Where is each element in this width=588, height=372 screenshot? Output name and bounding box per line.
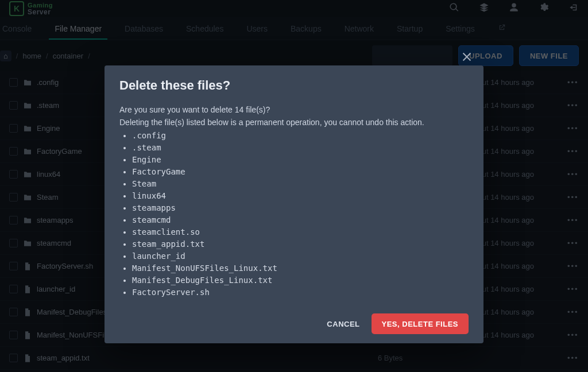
close-icon[interactable] bbox=[461, 51, 473, 65]
cancel-button[interactable]: CANCEL bbox=[327, 320, 359, 328]
dialog-file-item: .config bbox=[132, 130, 469, 142]
dialog-file-item: launcher_id bbox=[132, 250, 469, 262]
dialog-title: Delete these files? bbox=[119, 78, 469, 93]
dialog-file-item: Steam bbox=[132, 178, 469, 190]
dialog-file-item: FactoryServer.sh bbox=[132, 286, 469, 299]
confirm-delete-button[interactable]: YES, DELETE FILES bbox=[372, 313, 469, 334]
dialog-file-item: steamcmd bbox=[132, 214, 469, 226]
dialog-file-item: Manifest_NonUFSFiles_Linux.txt bbox=[132, 262, 469, 274]
dialog-file-item: steamapps bbox=[132, 202, 469, 214]
delete-files-dialog: Delete these files? Are you sure you wan… bbox=[105, 65, 483, 343]
dialog-file-item: linux64 bbox=[132, 190, 469, 202]
dialog-file-item: Manifest_DebugFiles_Linux.txt bbox=[132, 274, 469, 286]
dialog-file-item: .steam bbox=[132, 142, 469, 154]
dialog-file-item: steam_appid.txt bbox=[132, 238, 469, 250]
dialog-warning-text: Deleting the file(s) listed below is a p… bbox=[119, 116, 469, 129]
dialog-file-item: Engine bbox=[132, 154, 469, 166]
dialog-file-list: .config.steamEngineFactoryGameSteamlinux… bbox=[119, 130, 469, 299]
dialog-file-item: steamclient.so bbox=[132, 226, 469, 238]
dialog-confirm-text: Are you sure you want to delete 14 file(… bbox=[119, 103, 469, 116]
dialog-file-item: FactoryGame bbox=[132, 166, 469, 178]
